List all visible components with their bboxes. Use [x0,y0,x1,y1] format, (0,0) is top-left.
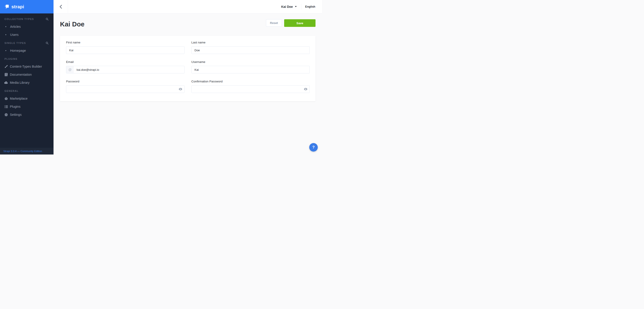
bullet-icon [5,26,6,27]
confirmation-password-label: Confirmation Password [192,80,310,83]
sidebar-item-plugins[interactable]: Plugins [0,104,54,108]
at-sign-icon: @ [66,66,74,73]
field-first-name: First name [66,41,184,54]
section-collection-types-label: COLLECTION TYPES [4,18,34,20]
sidebar-item-label: Articles [10,25,21,28]
reset-button[interactable]: Reset [266,19,282,27]
sidebar-item-content-types-builder[interactable]: Content-Types Builder [0,64,54,68]
back-button[interactable] [54,0,68,13]
section-single-types-label: SINGLE TYPES [4,42,26,44]
strapi-logo[interactable]: strapi [0,0,54,14]
username-label: Username [192,60,310,64]
chevron-left-icon [60,5,62,9]
sidebar-item-label: Marketplace [10,97,28,100]
page-header: Kai Doe Reset Save [54,14,322,28]
section-plugins-label: PLUGINS [4,58,18,60]
last-name-label: Last name [192,41,310,44]
section-plugins: PLUGINS Content-Types Builder [0,57,54,85]
sidebar-item-label: Content-Types Builder [10,65,42,68]
last-name-input[interactable] [192,46,310,54]
strapi-version-link[interactable]: Strapi 3.3.4 — Community Edition [3,150,42,152]
sidebar-item-articles[interactable]: Articles [0,25,54,29]
header-divider [301,4,302,10]
search-icon[interactable] [46,18,48,20]
sidebar-item-label: Media Library [10,81,30,84]
paint-brush-icon [4,65,8,68]
toggle-password-visibility-button[interactable] [179,88,182,90]
main-content: Kai Doe Reset Save First name Last name … [54,14,322,154]
user-name: Kai Doe [281,5,293,8]
list-icon [4,105,8,108]
username-input[interactable] [192,66,310,73]
field-email: Email @ [66,60,184,74]
sidebar-item-label: Homepage [10,49,26,52]
section-single-types: SINGLE TYPES Homepage [0,41,54,52]
section-collection-types: COLLECTION TYPES Articles Users [0,17,54,37]
field-last-name: Last name [192,41,310,54]
sidebar-item-label: Documentation [10,73,32,76]
gear-icon [4,113,8,116]
section-general-label: GENERAL [4,90,18,92]
toggle-password-visibility-button[interactable] [304,88,308,90]
password-label: Password [66,80,184,83]
sidebar-item-marketplace[interactable]: Marketplace [0,96,54,100]
help-button[interactable]: ? [309,143,318,152]
page-actions: Reset Save [266,19,316,27]
user-menu[interactable]: Kai Doe [281,5,297,8]
confirmation-password-input[interactable] [192,86,310,93]
sidebar-footer: Strapi 3.3.4 — Community Edition [0,148,54,154]
first-name-input[interactable] [66,46,184,54]
bullet-icon [5,50,6,51]
password-input[interactable] [66,86,184,93]
book-icon [4,73,8,76]
shopping-basket-icon [4,97,8,100]
sidebar-item-label: Settings [10,113,22,116]
first-name-label: First name [66,41,184,44]
cloud-upload-icon [4,81,8,84]
sidebar-item-label: Users [10,33,18,36]
eye-icon [304,88,308,90]
sidebar: strapi COLLECTION TYPES Articles Users [0,0,54,154]
email-input[interactable] [74,66,184,73]
field-password: Password [66,80,184,93]
sidebar-menu: COLLECTION TYPES Articles Users SINGLE T… [0,14,54,117]
section-general: GENERAL Marketplace [0,89,54,117]
strapi-logo-icon [4,4,9,9]
sidebar-item-users[interactable]: Users [0,33,54,37]
bullet-icon [5,34,6,35]
page-title: Kai Doe [60,20,84,28]
sidebar-item-media-library[interactable]: Media Library [0,80,54,85]
email-label: Email [66,60,184,64]
language-selector[interactable]: English [305,5,315,8]
sidebar-item-settings[interactable]: Settings [0,113,54,117]
field-username: Username [192,60,310,74]
strapi-logo-text: strapi [12,4,24,10]
topbar: Kai Doe English [54,0,322,14]
search-icon[interactable] [46,42,48,44]
chevron-down-icon [295,6,297,7]
save-button[interactable]: Save [284,19,316,27]
field-confirmation-password: Confirmation Password [192,80,310,93]
sidebar-item-homepage[interactable]: Homepage [0,48,54,52]
eye-icon [179,88,182,90]
sidebar-item-label: Plugins [10,105,20,108]
sidebar-item-documentation[interactable]: Documentation [0,72,54,76]
edit-form-card: First name Last name Email @ Usern [60,36,316,101]
